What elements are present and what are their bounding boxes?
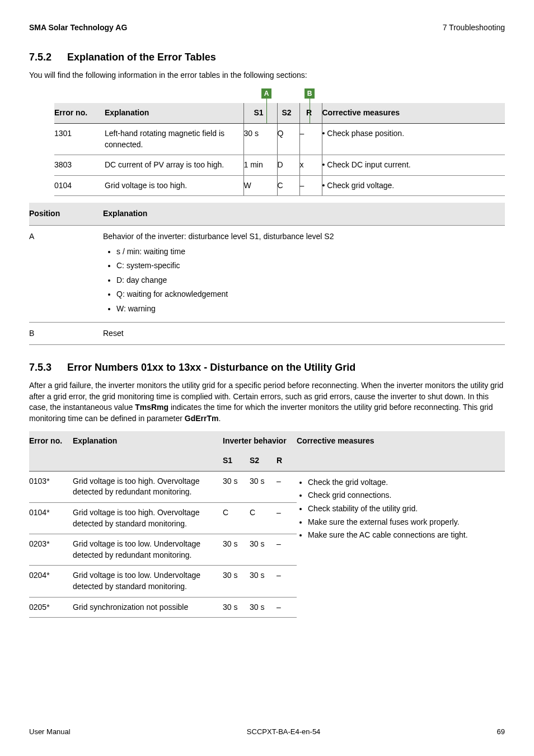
table-row: 0104 Grid voltage is too high. W C – • C… — [54, 175, 505, 196]
marker-line-b — [310, 99, 310, 123]
cell-s2: 30 s — [250, 534, 277, 566]
list-item: Make sure the AC cable connections are t… — [308, 529, 502, 542]
cell-s2: 30 s — [250, 471, 277, 502]
cell-explanation: Grid voltage is too high. Overvoltage de… — [73, 471, 223, 502]
company-name: SMA Solar Technology AG — [29, 22, 127, 34]
cell-error-no: 0205* — [29, 597, 73, 618]
col-s2: S2 — [277, 103, 299, 123]
page-footer: User Manual SCCPXT-BA-E4-en-54 69 — [29, 727, 505, 737]
cell-s1: 30 s — [223, 597, 250, 618]
explanation-line: Behavior of the inverter: disturbance le… — [103, 231, 500, 242]
error-table-example: Error no. Explanation S1 S2 R Corrective… — [54, 103, 505, 196]
col-s1: S1 — [223, 451, 250, 471]
cell-error-no: 0104 — [54, 175, 105, 196]
error-numbers-table: Error no. Explanation Inverter behavior … — [29, 431, 505, 618]
table-row: A Behavior of the inverter: disturbance … — [29, 225, 505, 322]
cell-explanation: Reset — [103, 322, 505, 345]
cell-s1: 30 s — [243, 123, 277, 155]
section-num: 7.5.2 — [29, 50, 51, 64]
table-row: 3803 DC current of PV array is too high.… — [54, 155, 505, 176]
position-explanation-table: Position Explanation A Behavior of the i… — [29, 203, 505, 345]
col-r: R — [299, 103, 322, 123]
cell-s1: C — [223, 503, 250, 534]
cell-explanation: Left-hand rotating magnetic field is con… — [105, 123, 243, 155]
cell-position: B — [29, 322, 103, 345]
col-r: R — [277, 451, 297, 471]
cell-r: x — [299, 155, 322, 176]
marker-line-a — [266, 99, 267, 123]
para-text: . — [219, 414, 221, 423]
marker-a: A — [261, 88, 271, 99]
cell-explanation: Grid voltage is too low. Undervoltage de… — [73, 566, 223, 597]
cell-r: – — [277, 503, 297, 534]
cell-position: A — [29, 225, 103, 322]
bold-term: TmsRmg — [135, 403, 168, 412]
cell-s2: 30 s — [250, 597, 277, 618]
bold-term: GdErrTm — [185, 414, 219, 423]
list-item: Check the grid voltage. — [308, 476, 502, 489]
cell-r: – — [277, 566, 297, 597]
section-heading: Explanation of the Error Tables — [67, 52, 216, 63]
section-paragraph: After a grid failure, the inverter monit… — [29, 380, 505, 424]
col-explanation: Explanation — [103, 203, 505, 225]
footer-left: User Manual — [29, 727, 71, 737]
cell-s2: C — [277, 175, 299, 196]
cell-error-no: 0103* — [29, 471, 73, 502]
list-item: Make sure the external fuses work proper… — [308, 516, 502, 529]
cell-explanation: DC current of PV array is too high. — [105, 155, 243, 176]
cell-r: – — [277, 471, 297, 502]
cell-error-no: 3803 — [54, 155, 105, 176]
section-intro: You will find the following information … — [29, 70, 505, 81]
table-row: B Reset — [29, 322, 505, 345]
section-heading: Error Numbers 01xx to 13xx - Disturbance… — [67, 362, 355, 373]
col-corrective: Corrective measures — [322, 103, 505, 123]
list-item: Q: waiting for acknowledgement — [116, 287, 500, 302]
cell-s1: 1 min — [243, 155, 277, 176]
list-item: C: system-specific — [116, 259, 500, 273]
cell-explanation: Behavior of the inverter: disturbance le… — [103, 225, 505, 322]
col-error-no: Error no. — [54, 103, 105, 123]
section-752-title: 7.5.2Explanation of the Error Tables — [29, 50, 505, 64]
cell-s2: D — [277, 155, 299, 176]
list-item: W: warning — [116, 302, 500, 316]
cell-corrective: • Check phase position. — [322, 123, 505, 155]
cell-r: – — [277, 534, 297, 566]
cell-error-no: 0204* — [29, 566, 73, 597]
cell-s2: Q — [277, 123, 299, 155]
cell-s1: W — [243, 175, 277, 196]
cell-explanation: Grid synchronization not possible — [73, 597, 223, 618]
col-position: Position — [29, 203, 103, 225]
explanation-list: s / min: waiting time C: system-specific… — [103, 245, 500, 316]
col-s2: S2 — [250, 451, 277, 471]
list-item: s / min: waiting time — [116, 245, 500, 259]
chapter-label: 7 Troubleshooting — [443, 22, 505, 34]
corrective-list: Check the grid voltage. Check grid conne… — [297, 476, 502, 542]
cell-corrective: Check the grid voltage. Check grid conne… — [297, 471, 505, 617]
col-inverter-behavior: Inverter behavior — [223, 431, 297, 451]
cell-error-no: 1301 — [54, 123, 105, 155]
cell-r: – — [299, 123, 322, 155]
section-753-title: 7.5.3Error Numbers 01xx to 13xx - Distur… — [29, 361, 505, 375]
col-corrective: Corrective measures — [297, 431, 505, 472]
list-item: Check stability of the utility grid. — [308, 502, 502, 516]
col-explanation: Explanation — [73, 431, 223, 472]
table-row: 1301 Left-hand rotating magnetic field i… — [54, 123, 505, 155]
cell-explanation: Grid voltage is too low. Undervoltage de… — [73, 534, 223, 566]
cell-error-no: 0203* — [29, 534, 73, 566]
cell-s1: 30 s — [223, 566, 250, 597]
marker-b: B — [305, 88, 315, 99]
list-item: D: day change — [116, 273, 500, 288]
cell-s2: C — [250, 503, 277, 534]
footer-page-number: 69 — [497, 727, 505, 737]
cell-corrective: • Check grid voltage. — [322, 175, 505, 196]
col-s1: S1 — [243, 103, 277, 123]
col-error-no: Error no. — [29, 431, 73, 472]
cell-r: – — [299, 175, 322, 196]
cell-corrective: • Check DC input current. — [322, 155, 505, 176]
cell-s1: 30 s — [223, 534, 250, 566]
cell-explanation: Grid voltage is too high. Overvoltage de… — [73, 503, 223, 534]
table-row: 0103* Grid voltage is too high. Overvolt… — [29, 471, 505, 502]
footer-doc-id: SCCPXT-BA-E4-en-54 — [247, 727, 321, 737]
col-explanation: Explanation — [105, 103, 243, 123]
cell-s1: 30 s — [223, 471, 250, 502]
